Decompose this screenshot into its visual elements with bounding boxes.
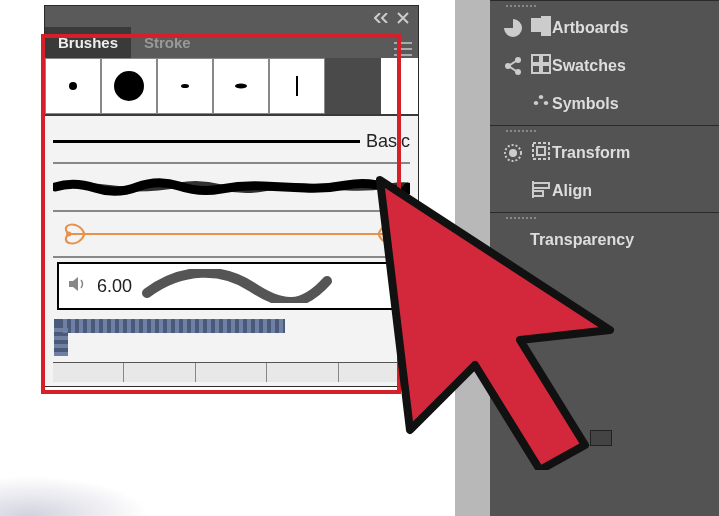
panel-item-align[interactable]: Align bbox=[490, 172, 719, 210]
brush-thumb-flat-med[interactable] bbox=[213, 58, 269, 114]
scatter-value: 6.00 bbox=[97, 276, 132, 297]
wave-stroke-preview bbox=[142, 269, 332, 303]
tab-stroke[interactable]: Stroke bbox=[131, 27, 204, 58]
swatches-icon bbox=[530, 53, 552, 79]
svg-point-18 bbox=[114, 71, 144, 101]
svg-rect-7 bbox=[542, 55, 550, 63]
svg-rect-21 bbox=[296, 76, 298, 96]
svg-rect-14 bbox=[533, 183, 549, 188]
svg-rect-8 bbox=[532, 65, 540, 73]
brushes-panel: Brushes Stroke Basic bbox=[44, 5, 419, 387]
right-panel-dock: Artboards Swatches Symbols bbox=[490, 0, 719, 516]
brush-art-arrow[interactable] bbox=[53, 212, 410, 258]
app-frame-edge bbox=[455, 0, 490, 516]
color-proxy[interactable] bbox=[590, 430, 612, 446]
panel-tabs: Brushes Stroke bbox=[45, 30, 418, 58]
svg-rect-1 bbox=[542, 17, 550, 25]
swatches-label: Swatches bbox=[552, 57, 626, 75]
svg-rect-6 bbox=[532, 55, 540, 63]
transparency-label: Transparency bbox=[530, 231, 634, 249]
svg-point-19 bbox=[181, 84, 189, 88]
panel-item-transparency[interactable]: Transparency bbox=[490, 221, 719, 259]
pie-icon bbox=[496, 17, 530, 39]
svg-point-17 bbox=[69, 82, 77, 90]
artboards-icon bbox=[530, 15, 552, 41]
speaker-icon bbox=[67, 275, 87, 297]
brush-thumbnails-row bbox=[45, 58, 418, 116]
svg-rect-15 bbox=[533, 191, 543, 196]
tab-brushes[interactable]: Brushes bbox=[45, 27, 131, 58]
svg-point-20 bbox=[235, 84, 247, 89]
collapse-icon[interactable] bbox=[372, 9, 390, 27]
svg-rect-9 bbox=[542, 65, 550, 73]
svg-point-11 bbox=[509, 149, 517, 157]
symbols-icon bbox=[530, 91, 552, 117]
brush-thumb-round-small[interactable] bbox=[45, 58, 101, 114]
svg-rect-0 bbox=[532, 19, 540, 31]
brush-thumb-line[interactable] bbox=[269, 58, 325, 114]
basic-label: Basic bbox=[366, 131, 410, 152]
svg-point-24 bbox=[392, 232, 397, 237]
symbols-label: Symbols bbox=[552, 95, 619, 113]
panel-item-transform[interactable]: Transform bbox=[490, 134, 719, 172]
brush-thumb-flat-small[interactable] bbox=[157, 58, 213, 114]
brush-thumb-round-large[interactable] bbox=[101, 58, 157, 114]
panel-footer-ticks bbox=[53, 362, 410, 382]
radial-icon bbox=[496, 141, 530, 165]
panel-item-artboards[interactable]: Artboards bbox=[490, 9, 719, 47]
brush-thumb-empty[interactable] bbox=[325, 58, 381, 114]
flyout-menu-icon[interactable] bbox=[394, 42, 412, 56]
svg-rect-13 bbox=[537, 147, 545, 155]
svg-rect-2 bbox=[542, 27, 550, 35]
panel-item-swatches[interactable]: Swatches bbox=[490, 47, 719, 85]
transform-label: Transform bbox=[552, 144, 630, 162]
align-icon bbox=[530, 178, 552, 204]
close-icon[interactable] bbox=[394, 9, 412, 27]
decorative-gradient bbox=[0, 476, 150, 516]
artboards-label: Artboards bbox=[552, 19, 628, 37]
share-icon bbox=[496, 55, 530, 77]
svg-rect-12 bbox=[533, 143, 549, 159]
brush-pattern[interactable] bbox=[53, 314, 410, 362]
svg-point-23 bbox=[66, 232, 71, 237]
brush-basic[interactable]: Basic bbox=[53, 120, 410, 164]
basic-stroke-line bbox=[53, 140, 360, 143]
transform-icon bbox=[530, 140, 552, 166]
brush-scatter[interactable]: 6.00 bbox=[57, 262, 406, 310]
stroke-preview-list: Basic 6.00 bbox=[45, 116, 418, 386]
align-label: Align bbox=[552, 182, 592, 200]
brush-charcoal[interactable] bbox=[53, 164, 410, 212]
brush-content: Basic 6.00 bbox=[45, 58, 418, 386]
panel-item-symbols[interactable]: Symbols bbox=[490, 85, 719, 123]
